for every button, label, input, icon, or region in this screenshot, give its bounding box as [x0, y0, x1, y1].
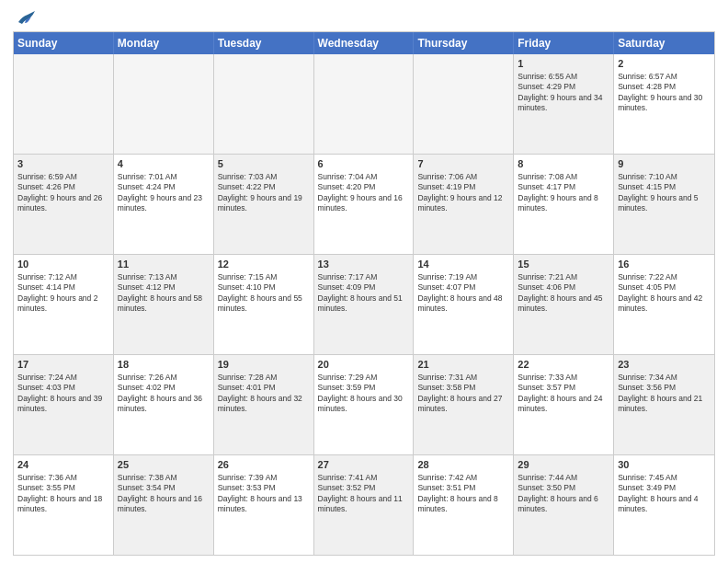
cell-info-text: Sunrise: 7:29 AM — [318, 373, 410, 383]
cell-info-text: Sunrise: 7:41 AM — [318, 473, 410, 483]
cell-info-text: Sunrise: 7:24 AM — [17, 373, 109, 383]
cell-info-text: Sunset: 4:22 PM — [218, 182, 310, 192]
cell-info-text: Daylight: 8 hours and 30 minutes. — [318, 394, 410, 415]
logo-bird-icon — [17, 9, 37, 26]
cell-info-text: Daylight: 8 hours and 51 minutes. — [318, 293, 410, 315]
cell-info-text: Sunrise: 7:17 AM — [318, 272, 410, 282]
cell-info-text: Sunset: 4:02 PM — [118, 383, 210, 393]
day-number: 18 — [118, 358, 210, 372]
cell-info-text: Daylight: 9 hours and 8 minutes. — [518, 193, 609, 214]
cell-info-text: Sunset: 4:12 PM — [118, 282, 210, 293]
cell-info-text: Sunrise: 7:26 AM — [118, 373, 210, 383]
day-number: 5 — [218, 157, 310, 171]
cell-info-text: Daylight: 8 hours and 8 minutes. — [417, 494, 509, 515]
cell-info-text: Sunrise: 6:55 AM — [518, 72, 609, 82]
cell-info-text: Sunset: 4:29 PM — [518, 82, 609, 92]
calendar-cell — [314, 54, 415, 154]
cell-info-text: Sunset: 3:51 PM — [417, 483, 509, 493]
header — [13, 9, 715, 26]
day-number: 11 — [118, 258, 210, 271]
cell-info-text: Sunset: 4:15 PM — [618, 182, 711, 192]
cell-info-text: Sunrise: 7:10 AM — [618, 172, 711, 182]
cell-info-text: Sunset: 4:26 PM — [17, 182, 109, 192]
cell-info-text: Sunrise: 7:15 AM — [218, 272, 310, 282]
page: SundayMondayTuesdayWednesdayThursdayFrid… — [0, 0, 728, 563]
cell-info-text: Sunset: 3:52 PM — [318, 483, 410, 493]
day-number: 15 — [518, 258, 609, 271]
calendar-cell: 27Sunrise: 7:41 AMSunset: 3:52 PMDayligh… — [314, 455, 415, 555]
cell-info-text: Daylight: 8 hours and 36 minutes. — [118, 394, 210, 415]
cell-info-text: Sunrise: 7:03 AM — [218, 172, 310, 182]
day-number: 6 — [318, 157, 410, 171]
day-number: 9 — [618, 157, 711, 171]
calendar-cell: 9Sunrise: 7:10 AMSunset: 4:15 PMDaylight… — [614, 155, 714, 254]
calendar-cell: 20Sunrise: 7:29 AMSunset: 3:59 PMDayligh… — [314, 355, 415, 454]
day-number: 17 — [17, 358, 109, 372]
calendar-cell: 11Sunrise: 7:13 AMSunset: 4:12 PMDayligh… — [114, 255, 214, 354]
cell-info-text: Sunrise: 7:12 AM — [17, 272, 109, 282]
day-number: 21 — [417, 358, 509, 372]
cell-info-text: Sunset: 4:05 PM — [618, 282, 711, 293]
cell-info-text: Sunset: 3:58 PM — [417, 383, 509, 393]
calendar-cell — [414, 54, 514, 154]
cell-info-text: Daylight: 8 hours and 16 minutes. — [118, 494, 210, 515]
calendar-cell: 29Sunrise: 7:44 AMSunset: 3:50 PMDayligh… — [514, 455, 614, 555]
calendar-row-3: 17Sunrise: 7:24 AMSunset: 4:03 PMDayligh… — [14, 354, 714, 454]
cell-info-text: Sunset: 4:03 PM — [17, 383, 109, 393]
cell-info-text: Sunrise: 7:31 AM — [417, 373, 509, 383]
calendar-cell — [114, 54, 214, 154]
cell-info-text: Sunset: 4:14 PM — [17, 282, 109, 293]
cell-info-text: Sunrise: 7:42 AM — [417, 473, 509, 483]
calendar-cell: 6Sunrise: 7:04 AMSunset: 4:20 PMDaylight… — [314, 155, 415, 254]
calendar: SundayMondayTuesdayWednesdayThursdayFrid… — [13, 31, 715, 556]
cell-info-text: Sunrise: 6:59 AM — [17, 172, 109, 182]
day-number: 22 — [518, 358, 609, 372]
cell-info-text: Sunset: 3:59 PM — [318, 383, 410, 393]
cell-info-text: Sunrise: 7:22 AM — [618, 272, 711, 282]
calendar-cell: 30Sunrise: 7:45 AMSunset: 3:49 PMDayligh… — [614, 455, 714, 555]
header-day-wednesday: Wednesday — [314, 32, 415, 54]
cell-info-text: Daylight: 8 hours and 45 minutes. — [518, 293, 609, 315]
cell-info-text: Daylight: 9 hours and 16 minutes. — [318, 193, 410, 214]
logo — [13, 9, 39, 26]
cell-info-text: Sunrise: 7:39 AM — [218, 473, 310, 483]
cell-info-text: Daylight: 8 hours and 48 minutes. — [417, 293, 509, 315]
cell-info-text: Daylight: 9 hours and 30 minutes. — [618, 93, 711, 114]
calendar-cell: 26Sunrise: 7:39 AMSunset: 3:53 PMDayligh… — [214, 455, 314, 555]
calendar-cell: 1Sunrise: 6:55 AMSunset: 4:29 PMDaylight… — [514, 54, 614, 154]
day-number: 16 — [618, 258, 711, 271]
calendar-row-1: 3Sunrise: 6:59 AMSunset: 4:26 PMDaylight… — [14, 154, 714, 254]
calendar-cell — [214, 54, 314, 154]
calendar-cell: 22Sunrise: 7:33 AMSunset: 3:57 PMDayligh… — [514, 355, 614, 454]
calendar-cell: 21Sunrise: 7:31 AMSunset: 3:58 PMDayligh… — [414, 355, 514, 454]
cell-info-text: Sunset: 3:49 PM — [618, 483, 711, 493]
cell-info-text: Sunrise: 7:08 AM — [518, 172, 609, 182]
day-number: 26 — [218, 458, 310, 472]
cell-info-text: Daylight: 8 hours and 42 minutes. — [618, 293, 711, 315]
cell-info-text: Daylight: 8 hours and 55 minutes. — [218, 293, 310, 315]
cell-info-text: Sunset: 3:54 PM — [118, 483, 210, 493]
header-day-sunday: Sunday — [14, 32, 114, 54]
calendar-cell: 19Sunrise: 7:28 AMSunset: 4:01 PMDayligh… — [214, 355, 314, 454]
day-number: 28 — [417, 458, 509, 472]
cell-info-text: Daylight: 8 hours and 4 minutes. — [618, 494, 711, 515]
cell-info-text: Sunset: 3:57 PM — [518, 383, 609, 393]
cell-info-text: Daylight: 8 hours and 24 minutes. — [518, 394, 609, 415]
calendar-row-4: 24Sunrise: 7:36 AMSunset: 3:55 PMDayligh… — [14, 454, 714, 555]
calendar-cell — [14, 54, 114, 154]
cell-info-text: Daylight: 8 hours and 6 minutes. — [518, 494, 609, 515]
calendar-cell: 12Sunrise: 7:15 AMSunset: 4:10 PMDayligh… — [214, 255, 314, 354]
header-day-tuesday: Tuesday — [214, 32, 314, 54]
day-number: 2 — [618, 57, 711, 71]
day-number: 27 — [318, 458, 410, 472]
calendar-cell: 2Sunrise: 6:57 AMSunset: 4:28 PMDaylight… — [614, 54, 714, 154]
cell-info-text: Daylight: 9 hours and 2 minutes. — [17, 293, 109, 315]
cell-info-text: Sunrise: 7:01 AM — [118, 172, 210, 182]
day-number: 1 — [518, 57, 609, 71]
cell-info-text: Daylight: 8 hours and 11 minutes. — [318, 494, 410, 515]
cell-info-text: Sunrise: 6:57 AM — [618, 72, 711, 82]
cell-info-text: Sunrise: 7:13 AM — [118, 272, 210, 282]
cell-info-text: Sunset: 3:53 PM — [218, 483, 310, 493]
calendar-row-0: 1Sunrise: 6:55 AMSunset: 4:29 PMDaylight… — [14, 54, 714, 154]
cell-info-text: Sunset: 4:24 PM — [118, 182, 210, 192]
